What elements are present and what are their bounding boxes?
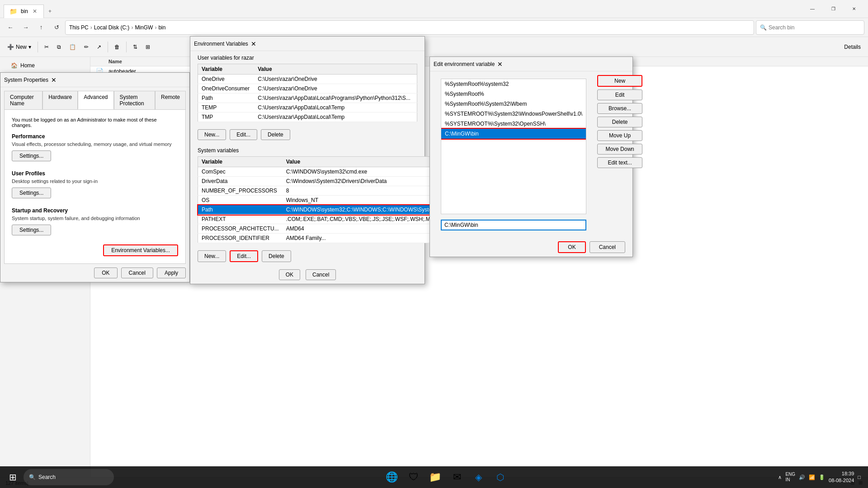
explorer-tab[interactable]: 📁 bin ✕ bbox=[4, 5, 44, 18]
edit-env-browse-btn[interactable]: Browse... bbox=[597, 103, 642, 114]
table-row[interactable]: OneDriveC:\Users\razar\OneDrive bbox=[198, 75, 417, 84]
sys-edit-btn[interactable]: Edit... bbox=[230, 250, 258, 262]
table-row[interactable]: PROCESSOR_IDENTIFIERAMD64 Family... bbox=[198, 234, 448, 243]
edit-env-moveup-btn[interactable]: Move Up bbox=[597, 130, 642, 141]
new-btn[interactable]: ➕ New ▾ bbox=[4, 39, 35, 55]
list-item[interactable]: %SYSTEMROOT%\System32\OpenSSH\ bbox=[441, 119, 586, 129]
table-row[interactable]: NUMBER_OF_PROCESSORS8 bbox=[198, 186, 448, 196]
taskbar-app-brave[interactable]: 🛡 bbox=[404, 467, 424, 487]
breadcrumb-mingw[interactable]: MinGW bbox=[135, 24, 153, 31]
edit-env-input[interactable] bbox=[441, 220, 586, 230]
edit-env-cancel-btn[interactable]: Cancel bbox=[590, 241, 625, 253]
network-icon[interactable]: 📶 bbox=[809, 474, 815, 480]
user-new-btn[interactable]: New... bbox=[198, 129, 226, 140]
userprofiles-settings-btn[interactable]: Settings... bbox=[12, 188, 51, 198]
tab-advanced[interactable]: Advanced bbox=[78, 91, 113, 109]
battery-icon[interactable]: 🔋 bbox=[819, 474, 825, 480]
close-window-btn[interactable]: ✕ bbox=[844, 2, 864, 16]
taskbar-search[interactable]: 🔍 Search bbox=[24, 469, 114, 485]
taskbar-right: ∧ ENGIN 🔊 📶 🔋 18:39 08-08-2024 □ bbox=[778, 470, 864, 484]
env-variables-btn[interactable]: Environment Variables... bbox=[103, 244, 178, 256]
cut-btn[interactable]: ✂ bbox=[41, 39, 52, 55]
table-row[interactable]: DriverDataC:\Windows\System32\Drivers\Dr… bbox=[198, 177, 448, 186]
tab-close-btn[interactable]: ✕ bbox=[32, 7, 38, 15]
edit-env-edittext-btn[interactable]: Edit text... bbox=[597, 157, 642, 168]
rename-btn[interactable]: ✏ bbox=[80, 39, 92, 55]
user-edit-btn[interactable]: Edit... bbox=[230, 129, 257, 140]
search-input[interactable] bbox=[769, 24, 860, 31]
tab-hardware[interactable]: Hardware bbox=[42, 91, 78, 109]
back-btn[interactable]: ← bbox=[4, 21, 17, 34]
share-btn[interactable]: ↗ bbox=[93, 39, 105, 55]
list-item[interactable]: %SystemRoot%\system32 bbox=[441, 79, 586, 89]
taskbar-app-other[interactable]: ⬡ bbox=[491, 467, 510, 487]
performance-settings-btn[interactable]: Settings... bbox=[12, 150, 51, 161]
table-row-path-selected[interactable]: Path C:\WINDOWS\system32;C:\WINDOWS;C:\W… bbox=[198, 205, 448, 215]
start-button[interactable]: ⊞ bbox=[4, 468, 22, 486]
sysprops-ok-btn[interactable]: OK bbox=[94, 267, 117, 278]
delete-btn[interactable]: 🗑 bbox=[111, 39, 123, 55]
view-btn[interactable]: ⊞ bbox=[142, 39, 154, 55]
list-item[interactable]: %SystemRoot% bbox=[441, 89, 586, 99]
minimize-btn[interactable]: — bbox=[802, 2, 823, 16]
toolbar: ➕ New ▾ ✂ ⧉ 📋 ✏ ↗ 🗑 ⇅ ⊞ Details bbox=[0, 37, 868, 57]
edit-env-delete-btn[interactable]: Delete bbox=[597, 117, 642, 127]
sidebar-item-home[interactable]: 🏠 Home bbox=[0, 61, 90, 70]
taskbar-app-explorer[interactable]: 📁 bbox=[425, 467, 445, 487]
search-box[interactable]: 🔍 bbox=[756, 20, 864, 35]
copy-btn[interactable]: ⧉ bbox=[53, 39, 65, 55]
table-row[interactable]: PATHEXT.COM;.EXE;.BAT;.CMD;.VBS;.VBE;.JS… bbox=[198, 215, 448, 224]
taskbar-app-mail[interactable]: ✉ bbox=[447, 467, 467, 487]
list-item[interactable]: %SystemRoot%\System32\Wbem bbox=[441, 99, 586, 109]
volume-icon[interactable]: 🔊 bbox=[799, 474, 805, 480]
user-delete-btn[interactable]: Delete bbox=[261, 129, 290, 140]
breadcrumb-bin[interactable]: bin bbox=[158, 24, 165, 31]
sysprops-cancel-btn[interactable]: Cancel bbox=[121, 267, 153, 278]
time-display: 18:39 bbox=[829, 470, 854, 477]
chevron-up-icon[interactable]: ∧ bbox=[778, 474, 782, 480]
sort-btn[interactable]: ⇅ bbox=[129, 39, 141, 55]
forward-btn[interactable]: → bbox=[19, 21, 33, 34]
table-row[interactable]: OneDriveConsumerC:\Users\razar\OneDrive bbox=[198, 84, 417, 94]
notification-icon[interactable]: □ bbox=[858, 474, 861, 480]
paste-btn[interactable]: 📋 bbox=[66, 39, 80, 55]
taskbar-app-edge[interactable]: 🌐 bbox=[382, 467, 402, 487]
table-row[interactable]: TEMPC:\Users\razar\AppData\Local\Temp bbox=[198, 103, 417, 113]
sys-new-btn[interactable]: New... bbox=[198, 250, 226, 262]
env-cancel-btn[interactable]: Cancel bbox=[306, 269, 336, 280]
sysprops-close-btn[interactable]: ✕ bbox=[48, 75, 59, 85]
list-item[interactable]: %SYSTEMROOT%\System32\WindowsPowerShell\… bbox=[441, 109, 586, 119]
sys-delete-btn[interactable]: Delete bbox=[262, 250, 291, 262]
table-row[interactable]: PathC:\Users\razar\AppData\Local\Program… bbox=[198, 94, 417, 103]
breadcrumb-localdisk[interactable]: Local Disk (C:) bbox=[94, 24, 130, 31]
table-row[interactable]: PROCESSOR_ARCHITECTU...AMD64 bbox=[198, 224, 448, 234]
edit-env-edit-btn[interactable]: Edit bbox=[597, 89, 642, 100]
startup-settings-btn[interactable]: Settings... bbox=[12, 225, 51, 235]
env-close-btn[interactable]: ✕ bbox=[248, 38, 259, 49]
tab-systemprotection[interactable]: System Protection bbox=[114, 91, 155, 109]
new-tab-btn[interactable]: + bbox=[44, 5, 56, 18]
sysprops-apply-btn[interactable]: Apply bbox=[157, 267, 186, 278]
tab-remote[interactable]: Remote bbox=[155, 91, 186, 109]
up-btn[interactable]: ↑ bbox=[34, 21, 48, 34]
edit-env-left: %SystemRoot%\system32 %SystemRoot% %Syst… bbox=[434, 75, 594, 234]
edit-env-movedown-btn[interactable]: Move Down bbox=[597, 144, 642, 155]
taskbar-time[interactable]: 18:39 08-08-2024 bbox=[829, 470, 854, 484]
breadcrumb-thispc[interactable]: This PC bbox=[69, 24, 89, 31]
sysprops-titlebar: System Properties ✕ bbox=[0, 73, 189, 87]
refresh-btn[interactable]: ↺ bbox=[50, 21, 63, 34]
edit-env-ok-btn[interactable]: OK bbox=[558, 241, 585, 253]
env-ok-btn[interactable]: OK bbox=[279, 269, 300, 280]
list-item-selected[interactable]: C:\MinGW\bin bbox=[441, 129, 586, 139]
table-row[interactable]: OSWindows_NT bbox=[198, 196, 448, 205]
taskbar-app-vscode[interactable]: ◈ bbox=[469, 467, 489, 487]
edit-env-new-btn[interactable]: New bbox=[597, 75, 642, 87]
sysprops-title: System Properties bbox=[4, 77, 48, 83]
tab-computername[interactable]: Computer Name bbox=[4, 91, 42, 109]
table-row[interactable]: ComSpecC:\WINDOWS\system32\cmd.exe bbox=[198, 167, 448, 177]
details-btn[interactable]: Details bbox=[840, 39, 864, 55]
edit-env-close-btn[interactable]: ✕ bbox=[495, 59, 505, 70]
maximize-btn[interactable]: ❐ bbox=[823, 2, 844, 16]
table-row[interactable]: TMPC:\Users\razar\AppData\Local\Temp bbox=[198, 113, 417, 122]
breadcrumb[interactable]: This PC › Local Disk (C:) › MinGW › bin bbox=[65, 20, 754, 35]
